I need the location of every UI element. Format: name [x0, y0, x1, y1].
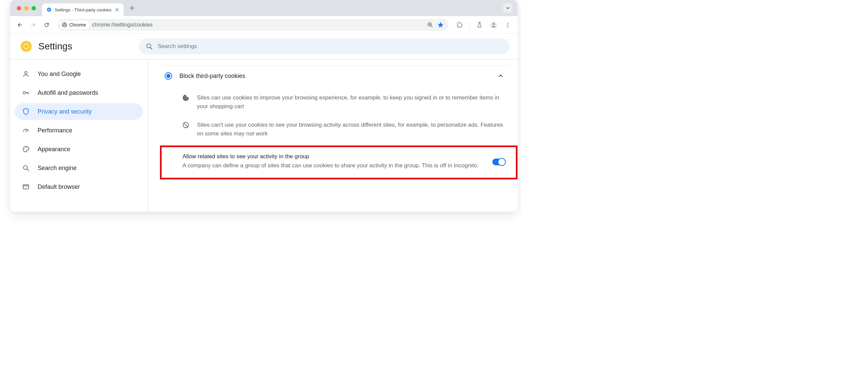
- sidebar-item-label: You and Google: [38, 70, 81, 77]
- detail-row-blocked: Sites can't use your cookies to see your…: [182, 116, 506, 143]
- sidebar-item-label: Privacy and security: [38, 108, 92, 115]
- settings-header: Settings: [10, 34, 518, 60]
- sidebar-item-performance[interactable]: Performance: [15, 122, 143, 139]
- new-tab-button[interactable]: [127, 3, 137, 13]
- detail-text-allowed: Sites can use cookies to improve your br…: [197, 93, 506, 111]
- person-icon: [22, 70, 30, 77]
- forward-button[interactable]: [28, 19, 39, 31]
- sidebar-item-label: Autofill and passwords: [38, 89, 98, 96]
- settings-sidebar: You and Google Autofill and passwords Pr…: [10, 60, 148, 212]
- browser-icon: [22, 183, 30, 190]
- svg-point-23: [186, 97, 187, 98]
- related-sites-toggle-row: Allow related sites to see your activity…: [160, 146, 518, 179]
- profile-button[interactable]: [488, 19, 499, 31]
- url-text: chrome://settings/cookies: [92, 22, 425, 28]
- close-tab-button[interactable]: [114, 7, 120, 12]
- toggle-title: Allow related sites to see your activity…: [183, 153, 484, 160]
- sidebar-item-autofill[interactable]: Autofill and passwords: [15, 84, 143, 101]
- tab-strip: Settings - Third-party cookies: [10, 0, 518, 16]
- window-controls: [17, 6, 36, 10]
- svg-point-7: [507, 26, 508, 27]
- collapse-button[interactable]: [495, 70, 506, 81]
- chevron-up-icon: [498, 73, 503, 78]
- zoom-icon[interactable]: [427, 22, 433, 28]
- speedometer-icon: [22, 127, 30, 134]
- extensions-button[interactable]: [454, 19, 465, 31]
- sidebar-item-label: Appearance: [38, 146, 70, 153]
- site-info-chip[interactable]: Chrome: [60, 21, 89, 29]
- radio-selected-icon[interactable]: [165, 72, 172, 80]
- search-icon: [22, 164, 30, 172]
- toggle-description: A company can define a group of sites th…: [183, 161, 484, 170]
- svg-point-21: [185, 98, 186, 99]
- svg-point-1: [63, 24, 65, 26]
- svg-point-4: [493, 23, 495, 25]
- sidebar-item-label: Default browser: [38, 184, 80, 190]
- svg-point-6: [507, 24, 508, 25]
- sidebar-item-search-engine[interactable]: Search engine: [15, 160, 143, 177]
- sidebar-item-label: Search engine: [38, 165, 76, 172]
- sidebar-item-default-browser[interactable]: Default browser: [15, 179, 143, 195]
- svg-point-12: [25, 71, 27, 74]
- close-window-button[interactable]: [17, 6, 21, 10]
- shield-icon: [22, 108, 30, 115]
- block-icon: [182, 121, 189, 129]
- back-button[interactable]: [14, 19, 26, 31]
- key-icon: [22, 89, 30, 96]
- search-icon: [146, 43, 153, 50]
- search-settings-box[interactable]: [139, 38, 509, 55]
- sidebar-item-appearance[interactable]: Appearance: [15, 141, 143, 158]
- settings-page: Settings You and Google Au: [10, 34, 518, 212]
- browser-toolbar: Chrome chrome://settings/cookies: [10, 16, 518, 34]
- settings-main: Block third-party cookies Sites can use …: [148, 60, 518, 212]
- tab-title: Settings - Third-party cookies: [55, 7, 112, 12]
- address-bar[interactable]: Chrome chrome://settings/cookies: [58, 19, 448, 31]
- option-title: Block third-party cookies: [180, 72, 488, 80]
- bookmark-star-icon[interactable]: [437, 22, 444, 28]
- settings-body: You and Google Autofill and passwords Pr…: [10, 60, 518, 212]
- option-block-third-party[interactable]: Block third-party cookies: [161, 65, 509, 86]
- svg-point-22: [186, 99, 187, 99]
- chrome-chip-label: Chrome: [69, 22, 86, 28]
- palette-icon: [22, 146, 30, 153]
- maximize-window-button[interactable]: [32, 6, 36, 10]
- svg-rect-19: [23, 185, 29, 189]
- search-input[interactable]: [158, 43, 503, 50]
- cookie-icon: [182, 94, 189, 101]
- menu-button[interactable]: [502, 19, 514, 31]
- svg-point-15: [24, 149, 25, 149]
- sidebar-item-you-and-google[interactable]: You and Google: [15, 65, 143, 82]
- reload-button[interactable]: [41, 19, 53, 31]
- svg-point-10: [24, 44, 29, 49]
- page-title: Settings: [38, 41, 72, 52]
- svg-point-16: [25, 148, 26, 148]
- svg-point-20: [184, 96, 185, 97]
- chrome-icon: [62, 22, 67, 28]
- browser-tab[interactable]: Settings - Third-party cookies: [42, 3, 124, 16]
- toolbar-divider: [469, 21, 470, 29]
- chrome-logo-icon: [20, 40, 32, 53]
- tab-overflow-button[interactable]: [503, 3, 513, 13]
- svg-point-13: [23, 91, 26, 94]
- browser-window: Settings - Third-party cookies Chrome: [10, 0, 518, 212]
- svg-point-14: [26, 131, 27, 132]
- detail-row-allowed: Sites can use cookies to improve your br…: [182, 89, 506, 116]
- svg-point-17: [27, 148, 27, 149]
- detail-text-blocked: Sites can't use your cookies to see your…: [197, 121, 506, 138]
- svg-point-5: [507, 23, 508, 24]
- minimize-window-button[interactable]: [24, 6, 29, 10]
- option-details: Sites can use cookies to improve your br…: [161, 86, 509, 146]
- gear-icon: [46, 7, 52, 13]
- related-sites-toggle[interactable]: [492, 159, 506, 165]
- cookies-section: Block third-party cookies Sites can use …: [161, 65, 509, 180]
- sidebar-item-privacy[interactable]: Privacy and security: [15, 103, 143, 120]
- labs-button[interactable]: [474, 19, 485, 31]
- sidebar-item-label: Performance: [38, 127, 72, 134]
